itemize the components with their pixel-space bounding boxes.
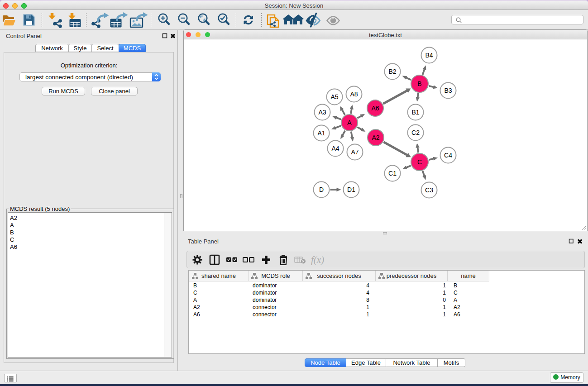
svg-text:A7: A7 [351, 148, 359, 156]
svg-text:A: A [347, 119, 352, 126]
svg-text:A3: A3 [318, 109, 326, 116]
svg-text:A2: A2 [372, 134, 379, 141]
svg-text:A8: A8 [350, 91, 358, 98]
svg-text:C: C [417, 158, 422, 166]
svg-text:A5: A5 [330, 93, 338, 100]
svg-text:B4: B4 [425, 52, 433, 59]
svg-text:C3: C3 [425, 186, 433, 194]
svg-text:D1: D1 [347, 186, 355, 193]
svg-text:f(x): f(x) [311, 254, 324, 265]
svg-text:C1: C1 [388, 170, 397, 177]
svg-text:A1: A1 [317, 129, 325, 137]
svg-text:A4: A4 [331, 145, 339, 152]
svg-text:B3: B3 [444, 87, 452, 94]
svg-text:A6: A6 [371, 105, 379, 112]
svg-text:D: D [319, 186, 324, 193]
svg-text:B: B [417, 80, 421, 87]
svg-text:B2: B2 [388, 68, 396, 75]
svg-text:C4: C4 [444, 152, 452, 159]
svg-text:B1: B1 [411, 109, 419, 116]
svg-text:C2: C2 [411, 129, 420, 136]
